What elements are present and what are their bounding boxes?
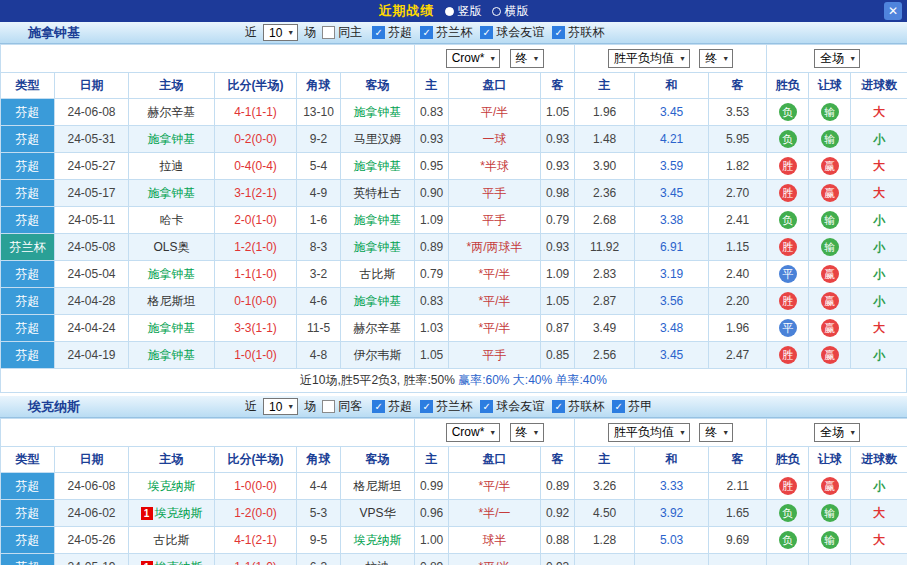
home-team-cell[interactable]: 施拿钟基 <box>129 180 215 207</box>
home-team-cell[interactable]: 埃克纳斯 <box>129 473 215 500</box>
same-venue-checkbox[interactable]: 同主 <box>322 24 362 41</box>
matches-body: 芬超24-06-08埃克纳斯1-0(0-0)4-4格尼斯坦0.99*平/半0.8… <box>1 473 907 565</box>
away-team-cell[interactable]: 赫尔辛基 <box>341 315 415 342</box>
result-badge: 平 <box>779 265 797 283</box>
asian-away-odds-cell: 0.89 <box>541 473 575 500</box>
away-team-cell[interactable]: 施拿钟基 <box>341 207 415 234</box>
home-team-cell[interactable]: 拉迪 <box>129 153 215 180</box>
summary-stat: 大:40% <box>513 372 556 389</box>
league-filter-checkbox[interactable]: ✓芬甲 <box>612 398 652 415</box>
league-filter-checkbox[interactable]: ✓芬联杯 <box>552 24 604 41</box>
date-cell: 24-04-24 <box>55 315 129 342</box>
euro-period-select[interactable]: 终 ▼ <box>699 423 733 442</box>
goals-size-cell: 小 <box>851 473 907 500</box>
team-name-text: 施拿钟基 <box>354 294 402 308</box>
date-cell: 24-05-11 <box>55 207 129 234</box>
asian-home-odds-cell: 0.96 <box>415 500 449 527</box>
match-row: 芬兰杯24-05-08OLS奥1-2(1-0)8-3施拿钟基0.89*两/两球半… <box>1 234 907 261</box>
euro-home-odds-cell: 3.49 <box>575 315 635 342</box>
away-team-cell[interactable]: VPS华 <box>341 500 415 527</box>
euro-draw-odds-cell: 3.19 <box>635 261 709 288</box>
euro-draw-odds-cell: 6.91 <box>635 234 709 261</box>
odds-type-value: 胜平负均值 <box>614 50 674 67</box>
league-filter-checkbox[interactable]: ✓芬兰杯 <box>420 398 472 415</box>
league-filter-checkbox[interactable]: ✓芬超 <box>372 24 412 41</box>
checkbox-checked-icon: ✓ <box>420 26 433 39</box>
league-filter-checkbox[interactable]: ✓芬联杯 <box>552 398 604 415</box>
company-select[interactable]: Crow* ▼ <box>446 49 501 68</box>
scope-select[interactable]: 全场 ▼ <box>814 423 860 442</box>
matches-label: 场 <box>304 398 316 415</box>
league-filter-checkbox[interactable]: ✓球会友谊 <box>480 24 544 41</box>
handicap-result-badge: 输 <box>821 238 839 256</box>
column-header: 日期 <box>55 447 129 473</box>
euro-odds-filter-cell: 胜平负均值 ▼ 终 ▼ <box>575 419 767 447</box>
handicap-cell: 一球 <box>449 126 541 153</box>
away-team-cell[interactable]: 英特杜古 <box>341 180 415 207</box>
away-team-cell[interactable]: 伊尔韦斯 <box>341 342 415 369</box>
recent-count-value: 10 <box>269 26 282 40</box>
close-button[interactable]: ✕ <box>884 2 902 20</box>
home-team-cell[interactable]: 1埃克纳斯 <box>129 500 215 527</box>
match-row: 芬超24-04-28格尼斯坦0-1(0-0)4-6施拿钟基0.83*平/半1.0… <box>1 288 907 315</box>
date-cell: 24-05-27 <box>55 153 129 180</box>
away-team-cell[interactable]: 埃克纳斯 <box>341 527 415 554</box>
recent-count-select[interactable]: 10 ▼ <box>263 398 298 415</box>
away-team-cell[interactable]: 古比斯 <box>341 261 415 288</box>
away-team-cell[interactable]: 格尼斯坦 <box>341 473 415 500</box>
company-select[interactable]: Crow* ▼ <box>446 423 501 442</box>
result-badge: 负 <box>779 130 797 148</box>
odds-type-select[interactable]: 胜平负均值 ▼ <box>608 49 690 68</box>
league-filter-checkbox[interactable]: ✓球会友谊 <box>480 398 544 415</box>
handicap-cell: *半球 <box>449 153 541 180</box>
asian-period-select[interactable]: 终 ▼ <box>510 423 544 442</box>
same-venue-checkbox[interactable]: 同客 <box>322 398 362 415</box>
result-badge: 胜 <box>779 292 797 310</box>
asian-away-odds-cell: 0.85 <box>541 342 575 369</box>
home-team-cell[interactable]: 施拿钟基 <box>129 126 215 153</box>
asian-away-odds-cell: 0.87 <box>541 315 575 342</box>
home-team-cell[interactable]: 施拿钟基 <box>129 315 215 342</box>
handicap-result-badge-cell: 赢 <box>809 473 851 500</box>
away-team-cell[interactable]: 马里汉姆 <box>341 126 415 153</box>
home-team-cell[interactable]: 施拿钟基 <box>129 342 215 369</box>
home-team-cell[interactable]: 赫尔辛基 <box>129 99 215 126</box>
euro-away-odds-cell: 2.47 <box>709 342 767 369</box>
radio-vertical-layout[interactable]: 竖版 <box>445 3 482 20</box>
league-label: 芬兰杯 <box>436 24 472 41</box>
recent-count-select[interactable]: 10 ▼ <box>263 24 298 41</box>
radio-horizontal-layout[interactable]: 横版 <box>492 3 529 20</box>
result-badge: 负 <box>779 103 797 121</box>
match-row: 芬超24-05-27拉迪0-4(0-4)5-4施拿钟基0.95*半球0.933.… <box>1 153 907 180</box>
away-team-cell[interactable]: 施拿钟基 <box>341 288 415 315</box>
column-header: 客场 <box>341 73 415 99</box>
asian-period-select[interactable]: 终 ▼ <box>510 49 544 68</box>
home-team-cell[interactable]: 古比斯 <box>129 527 215 554</box>
league-filter-checkbox[interactable]: ✓芬超 <box>372 398 412 415</box>
away-team-cell[interactable]: 施拿钟基 <box>341 153 415 180</box>
column-header: 主 <box>575 73 635 99</box>
home-team-cell[interactable]: 1埃克纳斯 <box>129 554 215 565</box>
away-team-cell[interactable]: 施拿钟基 <box>341 234 415 261</box>
checkbox-checked-icon: ✓ <box>552 26 565 39</box>
result-badge-cell: 胜 <box>767 473 809 500</box>
score-cell: 1-1(1-0) <box>215 261 297 288</box>
home-team-cell[interactable]: 格尼斯坦 <box>129 288 215 315</box>
home-team-cell[interactable]: 哈卡 <box>129 207 215 234</box>
corner-cell: 6-3 <box>297 554 341 565</box>
home-team-cell[interactable]: 施拿钟基 <box>129 261 215 288</box>
date-cell: 24-05-19 <box>55 554 129 565</box>
away-team-cell[interactable]: 拉迪 <box>341 554 415 565</box>
league-type-cell: 芬超 <box>1 261 55 288</box>
scope-select[interactable]: 全场 ▼ <box>814 49 860 68</box>
home-team-cell[interactable]: OLS奥 <box>129 234 215 261</box>
section-team-name: 施拿钟基 <box>28 24 80 42</box>
euro-away-odds-cell: 9.69 <box>709 527 767 554</box>
column-header: 胜负 <box>767 73 809 99</box>
odds-type-select[interactable]: 胜平负均值 ▼ <box>608 423 690 442</box>
handicap-cell: *半/一 <box>449 500 541 527</box>
euro-period-select[interactable]: 终 ▼ <box>699 49 733 68</box>
away-team-cell[interactable]: 施拿钟基 <box>341 99 415 126</box>
column-header: 比分(半场) <box>215 447 297 473</box>
league-filter-checkbox[interactable]: ✓芬兰杯 <box>420 24 472 41</box>
